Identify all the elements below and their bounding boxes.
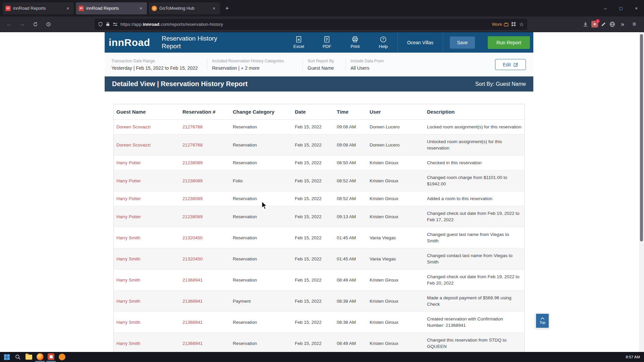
page-scrollbar[interactable] [639,32,644,352]
help-icon: ? [380,36,387,43]
reservation-number-link[interactable]: 21320450 [180,248,230,269]
bookmark-star-icon[interactable]: ☆ [519,21,524,27]
excel-export-button[interactable]: Excel [285,32,313,53]
chevron-up-icon [540,317,545,320]
guest-name-link[interactable]: Doreen Scovazzi [114,120,180,134]
reservation-number-link[interactable]: 21276768 [180,120,230,134]
guest-name-link[interactable]: Harry Smith [114,333,180,352]
filter-label: Include Data From [351,59,419,63]
extension-icon[interactable]: 1 [591,21,598,27]
tab-close-icon[interactable]: × [64,5,71,12]
url-bar[interactable]: https://app.innroad.com/reports/reservat… [95,19,527,30]
guest-name-link[interactable]: Harry Potter [114,170,180,191]
description-cell: Changed contact last name from Viegas to… [424,248,524,269]
reservation-number-link[interactable]: 21368941 [180,333,230,352]
reservation-number-link[interactable]: 21238089 [180,206,230,227]
reload-icon [33,22,38,27]
back-to-top-button[interactable]: Top [535,313,549,328]
table-row: Harry Smith 21368941 Reservation Feb 15,… [114,312,524,333]
reservation-number-link[interactable]: 21320450 [180,227,230,248]
taskbar-search-button[interactable] [13,352,22,362]
table-row: Harry Potter 21238089 Reservation Feb 15… [114,156,524,170]
innroad-logo: innRoad [109,37,152,48]
table-row: Harry Smith 21368941 Reservation Feb 15,… [114,269,524,291]
guest-name-link[interactable]: Harry Smith [114,227,180,248]
extension-dot [594,23,596,25]
guest-name-link[interactable]: Harry Smith [114,312,180,333]
description-cell: Added a room to this reservation [424,191,524,206]
guest-name-link[interactable]: Harry Smith [114,269,180,291]
time-cell: 08:52 AM [334,191,367,206]
tab-title: innRoad Reports [86,6,135,11]
filter-value: Guest Name [308,65,345,71]
reservation-number-link[interactable]: 21368941 [180,269,230,291]
date-cell: Feb 15, 2022 [292,156,334,170]
detail-view-title: Detailed View | Reservation History Repo… [112,80,248,88]
tab-close-icon[interactable]: × [211,5,217,12]
guest-name-link[interactable]: Harry Potter [114,156,180,170]
firefox-taskbar-button[interactable] [35,352,45,362]
property-selector[interactable]: Ocean Villas [397,32,443,53]
minimize-button[interactable]: – [598,0,613,16]
guest-name-link[interactable]: Doreen Scovazzi [114,134,180,156]
col-reservation-number: Reservation # [180,104,230,120]
urlbar-action-icons: ☆ [511,21,524,27]
guest-name-link[interactable]: Harry Potter [114,191,180,206]
filter-label: Included Reservation History Categories [212,59,303,63]
help-button[interactable]: ? Help [369,32,397,53]
forward-button[interactable]: → [16,19,28,29]
change-category-cell: Reservation [230,312,292,333]
reservation-number-link[interactable]: 21368941 [180,312,230,333]
edit-pencil-extension-icon[interactable] [601,21,606,27]
overflow-chevrons-icon[interactable]: » [618,21,627,28]
permissions-sliders-icon[interactable] [113,22,118,26]
reservation-number-link[interactable]: 21238089 [180,170,230,191]
reservation-number-link[interactable]: 21238089 [180,191,230,206]
reservation-number-link[interactable]: 21276768 [180,134,230,156]
globe-extension-icon[interactable] [609,21,615,27]
file-explorer-button[interactable] [24,352,34,362]
menu-hamburger-icon[interactable]: ≡ [630,21,639,28]
downloads-icon[interactable] [583,21,588,27]
guest-name-link[interactable]: Harry Smith [114,248,180,269]
filter-value: Yesterday | Feb 15, 2022 to Feb 15, 2022 [111,65,207,71]
tab-title: GoToMeeting Hub [159,6,208,11]
maximize-button[interactable]: □ [613,0,629,16]
excel-icon [295,36,302,43]
app-header: innRoad Reservation History Report Excel… [105,32,533,53]
tracking-shield-icon[interactable] [98,22,103,27]
containers-grid-icon[interactable] [511,22,516,26]
back-button[interactable]: ← [3,19,15,29]
lock-icon[interactable] [106,22,110,26]
edit-filters-button[interactable]: Edit [495,59,526,70]
red-app-taskbar-button[interactable] [46,352,56,362]
taskbar-clock: 8:57 AM [626,355,640,359]
reservation-number-link[interactable]: 21368941 [180,291,230,312]
save-button[interactable]: Save [450,37,475,49]
window-close-button[interactable]: × [629,0,644,16]
filter-value: All Users [351,65,419,71]
pdf-export-button[interactable]: PDF [313,32,341,53]
orange-app-taskbar-button[interactable] [57,352,67,362]
table-row: Harry Smith 21320450 Reservation Feb 15,… [114,227,524,248]
url-suffix: .com/reports/reservation-history [159,22,223,27]
detail-view-bar: Detailed View | Reservation History Repo… [105,76,533,92]
start-button[interactable] [2,352,11,362]
tab-innroad-reports-1[interactable]: iR innRoad Reports × [3,2,74,14]
tab-close-icon[interactable]: × [138,5,144,12]
tab-innroad-reports-2[interactable]: iR innRoad Reports × [76,2,147,14]
run-report-button[interactable]: Run Report [488,36,530,49]
user-cell: Kristen Giroux [367,312,424,333]
pdf-label: PDF [323,44,331,49]
guest-name-link[interactable]: Harry Potter [114,206,180,227]
history-button[interactable] [43,19,54,29]
reload-button[interactable] [30,19,41,29]
tab-gotomeeting-hub[interactable]: G GoToMeeting Hub × [149,2,220,14]
print-button[interactable]: Print [341,32,369,53]
change-category-cell: Reservation [230,248,292,269]
new-tab-button[interactable]: + [222,3,232,13]
reservation-number-link[interactable]: 21238089 [180,156,230,170]
scrollbar-thumb[interactable] [640,34,643,241]
date-cell: Feb 15, 2022 [292,120,334,134]
guest-name-link[interactable]: Harry Smith [114,291,180,312]
